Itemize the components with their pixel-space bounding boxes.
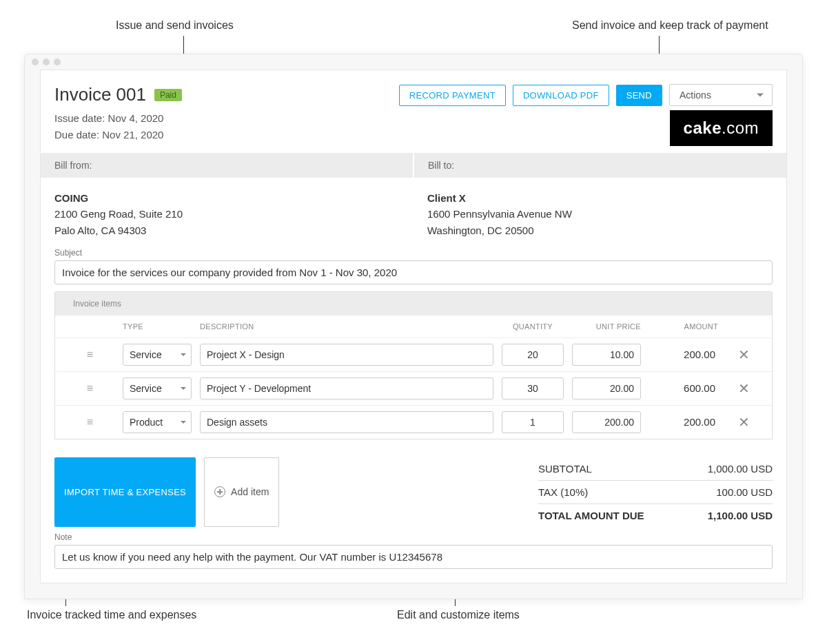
- annotation-customize-items: Edit and customize items: [397, 609, 520, 621]
- bill-to-body: Client X 1600 Pennsylvania Avenue NW Was…: [414, 190, 786, 238]
- invoice-panel: Invoice 001 Paid RECORD PAYMENT DOWNLOAD…: [40, 70, 787, 583]
- bill-from-body: COING 2100 Geng Road, Suite 210 Palo Alt…: [41, 190, 414, 238]
- due-date-label: Due date:: [54, 129, 102, 141]
- note-input[interactable]: [54, 545, 773, 569]
- annotation-issue-invoices: Issue and send invoices: [116, 19, 234, 32]
- item-row: ≡ Product 200.00 ✕: [55, 406, 772, 439]
- remove-row-button[interactable]: ✕: [726, 414, 761, 430]
- window-titlebar: [25, 54, 802, 70]
- bill-to-header: Bill to:: [414, 153, 786, 178]
- add-item-label: Add item: [231, 486, 269, 497]
- bill-from-line2: Palo Alto, CA 94303: [54, 222, 400, 238]
- import-time-expenses-button[interactable]: IMPORT TIME & EXPENSES: [54, 457, 196, 527]
- logo-tld: .com: [722, 118, 759, 137]
- tax-value: 100.00 USD: [716, 486, 773, 498]
- invoice-title: Invoice 001: [54, 84, 146, 105]
- unit-price-input[interactable]: [572, 377, 641, 399]
- col-type: TYPE: [123, 322, 192, 331]
- drag-handle-icon[interactable]: ≡: [66, 349, 114, 361]
- chevron-down-icon: [757, 94, 764, 97]
- type-value: Service: [130, 383, 162, 394]
- subject-input[interactable]: [54, 260, 773, 284]
- col-unit-price: UNIT PRICE: [572, 322, 641, 331]
- type-value: Product: [130, 417, 163, 428]
- download-pdf-button[interactable]: DOWNLOAD PDF: [513, 85, 609, 106]
- amount-value: 600.00: [649, 382, 718, 394]
- description-input[interactable]: [200, 411, 493, 433]
- invoice-meta: Issue date: Nov 4, 2020 Due date: Nov 21…: [54, 110, 163, 143]
- company-logo: cake.com: [670, 110, 773, 146]
- subject-label: Subject: [54, 248, 773, 258]
- item-row: ≡ Service 200.00 ✕: [55, 338, 772, 372]
- total-value: 1,100.00 USD: [708, 510, 773, 521]
- app-window: Invoice 001 Paid RECORD PAYMENT DOWNLOAD…: [24, 54, 803, 599]
- remove-row-button[interactable]: ✕: [726, 346, 761, 363]
- item-row: ≡ Service 600.00 ✕: [55, 372, 772, 406]
- traffic-light: [54, 59, 61, 65]
- invoice-items-table: TYPE DESCRIPTION QUANTITY UNIT PRICE AMO…: [54, 315, 773, 439]
- type-value: Service: [130, 349, 162, 360]
- amount-value: 200.00: [649, 416, 718, 428]
- unit-price-input[interactable]: [572, 344, 641, 366]
- add-item-button[interactable]: Add item: [204, 457, 279, 527]
- issue-date-value: Nov 4, 2020: [108, 112, 164, 124]
- bill-from-header: Bill from:: [41, 153, 414, 178]
- bill-from-name: COING: [54, 190, 400, 206]
- col-quantity: QUANTITY: [502, 322, 564, 331]
- status-badge: Paid: [154, 89, 182, 101]
- bill-to-line1: 1600 Pennsylvania Avenue NW: [427, 206, 773, 222]
- invoice-items-heading: Invoice items: [54, 291, 773, 315]
- type-select[interactable]: Product: [123, 411, 192, 433]
- subtotal-label: SUBTOTAL: [538, 463, 592, 475]
- bill-headers: Bill from: Bill to:: [41, 153, 786, 178]
- traffic-light: [32, 59, 39, 65]
- logo-brand: cake: [684, 118, 722, 137]
- drag-handle-icon[interactable]: ≡: [66, 416, 114, 428]
- description-input[interactable]: [200, 377, 493, 399]
- annotation-tracked-time: Invoice tracked time and expenses: [27, 609, 196, 621]
- subtotal-value: 1,000.00 USD: [708, 463, 773, 475]
- traffic-light: [43, 59, 50, 65]
- toolbar: RECORD PAYMENT DOWNLOAD PDF SEND Actions: [399, 84, 773, 106]
- tax-label: TAX (10%): [538, 486, 588, 498]
- chevron-down-icon: [181, 353, 186, 356]
- remove-row-button[interactable]: ✕: [726, 380, 761, 397]
- type-select[interactable]: Service: [123, 377, 192, 399]
- chevron-down-icon: [181, 387, 186, 390]
- actions-label: Actions: [680, 90, 711, 101]
- total-label: TOTAL AMOUNT DUE: [538, 510, 644, 521]
- note-label: Note: [54, 532, 773, 542]
- record-payment-button[interactable]: RECORD PAYMENT: [399, 85, 506, 106]
- annotation-track-payment: Send invoice and keep track of payment: [572, 19, 768, 32]
- issue-date-label: Issue date:: [54, 112, 108, 124]
- quantity-input[interactable]: [502, 377, 564, 399]
- bill-to-name: Client X: [427, 190, 773, 206]
- col-amount: AMOUNT: [649, 322, 718, 331]
- totals-block: SUBTOTAL 1,000.00 USD TAX (10%) 100.00 U…: [538, 457, 773, 527]
- chevron-down-icon: [181, 421, 186, 424]
- quantity-input[interactable]: [502, 411, 564, 433]
- drag-handle-icon[interactable]: ≡: [66, 382, 114, 395]
- plus-circle-icon: [214, 486, 225, 497]
- type-select[interactable]: Service: [123, 344, 192, 366]
- send-button[interactable]: SEND: [616, 85, 662, 106]
- amount-value: 200.00: [649, 349, 718, 360]
- unit-price-input[interactable]: [572, 411, 641, 433]
- bill-from-line1: 2100 Geng Road, Suite 210: [54, 206, 400, 222]
- due-date-value: Nov 21, 2020: [102, 129, 163, 141]
- items-columns-header: TYPE DESCRIPTION QUANTITY UNIT PRICE AMO…: [55, 315, 772, 338]
- description-input[interactable]: [200, 344, 493, 366]
- bill-to-line2: Washington, DC 20500: [427, 222, 773, 238]
- actions-dropdown[interactable]: Actions: [669, 84, 773, 106]
- quantity-input[interactable]: [502, 344, 564, 366]
- col-description: DESCRIPTION: [200, 322, 493, 331]
